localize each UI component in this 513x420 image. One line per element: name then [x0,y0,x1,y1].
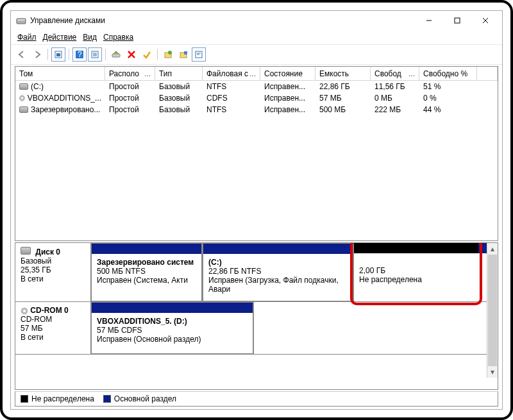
help-button[interactable]: ? [72,47,87,62]
svg-rect-15 [184,51,187,55]
disk-label[interactable]: Диск 0Базовый25,35 ГБВ сети [15,243,91,301]
settings-button[interactable] [176,47,190,62]
svg-rect-3 [455,18,460,23]
partition-primary[interactable]: Зарезервировано систем500 МБ NTFSИсправе… [91,243,203,301]
legend: Не распределена Основной раздел [15,391,498,407]
maximize-button[interactable] [443,12,471,29]
app-icon [16,15,26,26]
cd-icon [21,307,28,315]
volume-row[interactable]: VBOXADDITIONS_...ПростойБазовыйCDFSИспра… [15,92,498,104]
delete-button[interactable] [124,47,139,62]
menu-help[interactable]: Справка [101,31,136,43]
disk-row: Диск 0Базовый25,35 ГБВ сетиЗарезервирова… [15,243,487,302]
hdd-icon [21,247,31,255]
close-button[interactable] [471,12,500,29]
properties-button[interactable] [192,47,206,62]
scroll-thumb[interactable] [488,255,497,366]
svg-point-13 [168,51,172,55]
column-header[interactable]: Располо... [105,67,155,80]
scrollbar-vertical[interactable]: ▴ ▾ [487,243,498,378]
column-header[interactable]: Том [15,67,105,80]
disk-management-window: Управление дисками Файл Действие Вид Спр… [10,10,503,410]
column-header[interactable]: Свободно % [419,67,477,80]
scroll-up-icon[interactable]: ▴ [487,243,498,255]
refresh-button[interactable] [88,47,102,62]
volume-list-body: (C:)ПростойБазовыйNTFSИсправен...22,86 Г… [15,81,498,240]
svg-rect-7 [56,53,60,56]
hdd-icon [19,83,28,90]
menu-view[interactable]: Вид [80,31,99,43]
new-button[interactable] [161,47,175,62]
volume-row[interactable]: Зарезервировано...ПростойБазовыйNTFSИспр… [15,104,498,115]
volume-row[interactable]: (C:)ПростойБазовыйNTFSИсправен...22,86 Г… [15,81,498,92]
column-header[interactable]: Емкость [315,67,371,80]
disk-layout: Диск 0Базовый25,35 ГБВ сетиЗарезервирова… [15,242,498,390]
rescan-button[interactable] [109,47,123,62]
column-headers: ТомРасполо...ТипФайловая с...СостояниеЕм… [15,67,498,81]
svg-rect-1 [17,19,25,21]
menu-action[interactable]: Действие [40,31,80,43]
forward-button[interactable] [30,47,44,62]
column-header[interactable]: Тип [155,67,203,80]
cd-icon [19,94,25,102]
column-header[interactable]: Файловая с... [203,67,260,80]
legend-primary: Основной раздел [103,394,176,403]
titlebar: Управление дисками [11,11,502,30]
hdd-icon [19,106,28,113]
disk-partitions: Зарезервировано систем500 МБ NTFSИсправе… [91,243,487,301]
disk-partitions: VBOXADDITIONS_5. (D:)57 МБ CDFSИсправен … [91,302,487,354]
partition-primary[interactable]: (C:)22,86 ГБ NTFSИсправен (Загрузка, Фай… [203,243,354,301]
commit-button[interactable] [140,47,154,62]
up-level-button[interactable] [51,47,65,62]
toolbar: ? [11,44,502,65]
menu-file[interactable]: Файл [15,31,39,43]
back-button[interactable] [15,47,29,62]
scroll-down-icon[interactable]: ▾ [487,366,498,378]
disk-label[interactable]: CD-ROM 0CD-ROM57 МБВ сети [15,302,91,354]
svg-rect-11 [112,54,120,57]
menubar: Файл Действие Вид Справка [11,30,502,44]
svg-text:?: ? [78,50,82,59]
partition-primary[interactable]: VBOXADDITIONS_5. (D:)57 МБ CDFSИсправен … [91,302,254,354]
minimize-button[interactable] [415,12,443,29]
window-title: Управление дисками [30,16,415,25]
column-header[interactable]: Состояние [260,67,315,80]
column-header[interactable]: Свобод... [371,67,419,80]
volume-list[interactable]: ТомРасполо...ТипФайловая с...СостояниеЕм… [15,66,498,241]
legend-unallocated: Не распределена [21,394,94,403]
disk-row: CD-ROM 0CD-ROM57 МБВ сетиVBOXADDITIONS_5… [15,302,487,355]
partition-unallocated[interactable]: 2,00 ГБНе распределена [354,243,478,301]
